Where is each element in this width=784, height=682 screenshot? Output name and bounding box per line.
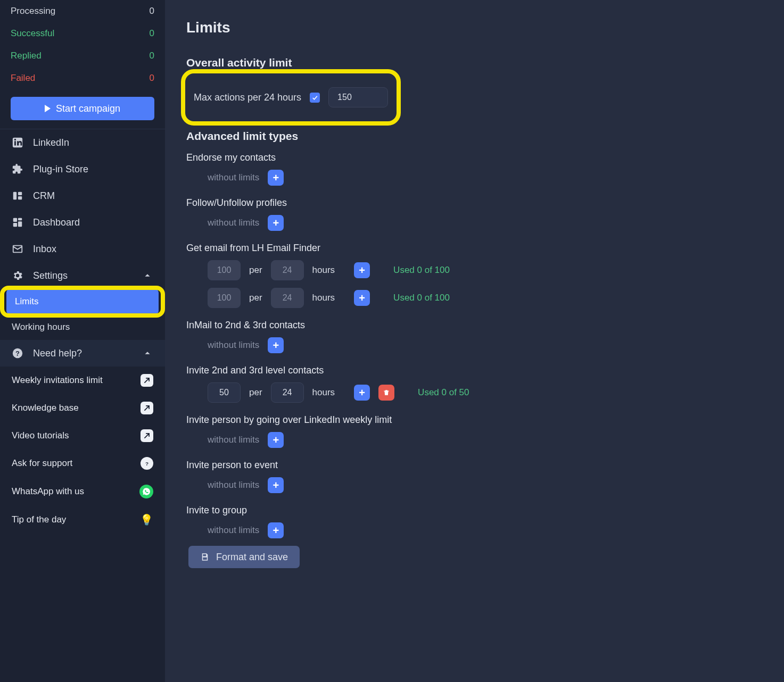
stat-label: Successful [11,28,54,39]
help-label: Tip of the day [12,514,66,525]
nav-need-help[interactable]: ? Need help? [0,340,165,367]
puzzle-icon [12,163,23,175]
nav-label: Working hours [12,322,70,332]
add-limit-button[interactable]: + [354,262,370,278]
nav-dashboard[interactable]: Dashboard [0,209,165,236]
add-limit-button[interactable]: + [268,215,284,231]
svg-text:?: ? [145,461,148,467]
sidebar: Processing 0 Successful 0 Replied 0 Fail… [0,0,165,682]
nav-settings[interactable]: Settings [0,262,165,289]
stat-successful: Successful 0 [11,22,154,45]
nav-limits-wrapper: Limits [3,289,162,314]
external-link-icon [141,402,153,414]
dashboard-icon [12,217,23,228]
svg-text:?: ? [15,350,20,357]
format-and-save-button[interactable]: Format and save [188,546,300,568]
save-label: Format and save [216,552,288,563]
nav-working-hours[interactable]: Working hours [0,314,165,340]
hours-label: hours [312,293,335,303]
linkedin-icon [12,137,23,148]
stat-label: Failed [11,73,35,84]
nav-label: Limits [15,296,38,306]
help-video-tutorials[interactable]: Video tutorials [0,422,165,450]
overall-limit-checkbox[interactable] [310,93,320,103]
limit-invite-23: Invite 2nd and 3rd level contacts per ho… [186,365,763,403]
external-link-icon [141,374,153,387]
help-label: Weekly invitations limit [12,375,103,386]
hours-label: hours [312,387,335,398]
question-icon: ? [141,457,153,470]
limit-title: InMail to 2nd & 3rd contacts [186,320,763,331]
delete-limit-button[interactable] [378,385,394,401]
nav-plugin-store[interactable]: Plug-in Store [0,156,165,182]
limit-title: Invite person by going over LinkedIn wee… [186,414,763,426]
help-weekly-limit[interactable]: Weekly invitations limit [0,367,165,394]
limit-invite-over-weekly: Invite person by going over LinkedIn wee… [186,414,763,448]
help-knowledge-base[interactable]: Knowledge base [0,394,165,422]
check-icon [311,94,318,101]
limit-email-finder: Get email from LH Email Finder per hours… [186,243,763,308]
crm-icon [12,190,23,202]
whatsapp-icon [139,485,153,498]
limit-count-input [208,288,241,308]
main-content: Limits Overall activity limit Max action… [165,0,784,682]
without-limits-text: without limits [208,435,259,445]
campaign-stats: Processing 0 Successful 0 Replied 0 Fail… [0,0,165,89]
limit-invite-group: Invite to group without limits + [186,505,763,538]
nav-linkedin[interactable]: LinkedIn [0,129,165,156]
add-limit-button[interactable]: + [268,432,284,448]
limit-count-input[interactable] [208,382,241,403]
add-limit-button[interactable]: + [268,170,284,186]
used-text: Used 0 of 100 [393,293,450,303]
nav-label: Plug-in Store [33,164,153,175]
limit-period-input [271,260,304,280]
add-limit-button[interactable]: + [354,385,370,401]
nav-label: CRM [33,190,153,202]
overall-limit-input[interactable] [328,87,388,107]
nav-limits[interactable]: Limits [6,289,159,314]
help-tip[interactable]: Tip of the day 💡 [0,506,165,534]
help-label: Ask for support [12,458,72,469]
nav-label: Need help? [33,348,132,359]
nav-label: Dashboard [33,217,153,228]
start-campaign-label: Start campaign [56,103,120,114]
help-icon: ? [12,347,23,359]
without-limits-text: without limits [208,480,259,490]
limit-title: Endorse my contacts [186,152,763,163]
add-limit-button[interactable]: + [354,290,370,306]
play-icon [45,105,51,112]
start-campaign-button[interactable]: Start campaign [11,97,154,120]
nav-label: Inbox [33,244,153,255]
stat-replied: Replied 0 [11,45,154,67]
limit-period-input[interactable] [271,382,304,403]
help-label: WhatsApp with us [12,486,84,497]
advanced-heading: Advanced limit types [186,130,763,143]
hours-label: hours [312,265,335,276]
external-link-icon [141,429,153,442]
svg-rect-1 [14,141,16,145]
svg-rect-4 [18,192,22,195]
limit-endorse: Endorse my contacts without limits + [186,152,763,186]
limit-count-input [208,260,241,280]
nav-inbox[interactable]: Inbox [0,236,165,262]
save-icon [200,552,210,562]
page-title: Limits [186,19,763,36]
inbox-icon [12,243,23,255]
overall-activity-heading: Overall activity limit [186,56,763,69]
svg-rect-7 [18,218,22,221]
help-ask-support[interactable]: Ask for support ? [0,450,165,477]
per-label: per [249,265,262,276]
stat-value: 0 [150,28,154,39]
per-label: per [249,293,262,303]
nav-crm[interactable]: CRM [0,182,165,209]
per-label: per [249,387,262,398]
add-limit-button[interactable]: + [268,337,284,353]
without-limits-text: without limits [208,172,259,183]
limit-follow: Follow/Unfollow profiles without limits … [186,197,763,231]
used-text: Used 0 of 50 [418,387,469,398]
add-limit-button[interactable]: + [268,477,284,493]
chevron-up-icon [142,347,153,359]
add-limit-button[interactable]: + [268,522,284,538]
help-whatsapp[interactable]: WhatsApp with us [0,477,165,506]
limit-period-input [271,288,304,308]
